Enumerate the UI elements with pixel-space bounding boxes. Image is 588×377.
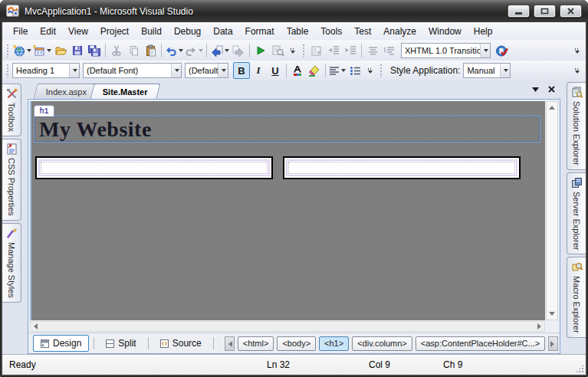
restore-button[interactable] — [534, 5, 556, 18]
resize-grip[interactable] — [575, 364, 584, 373]
menu-tools[interactable]: Tools — [314, 24, 348, 39]
add-new-item-button[interactable] — [32, 42, 52, 59]
site-heading-text[interactable]: My Website — [39, 117, 152, 142]
content-placeholder-left[interactable] — [35, 156, 273, 179]
manage-styles-tab[interactable]: Manage Styles — [2, 223, 21, 303]
tab-index-aspx[interactable]: Index.aspx — [34, 84, 100, 99]
comment-button[interactable] — [381, 42, 398, 59]
start-debugging-button[interactable] — [252, 42, 269, 59]
navigate-forward-button[interactable] — [230, 42, 247, 59]
check-page-button[interactable] — [494, 42, 511, 59]
underline-button[interactable]: U — [267, 62, 284, 79]
title-bar[interactable]: MvcApplication1 - Microsoft Visual Studi… — [0, 0, 588, 22]
save-all-button[interactable] — [86, 42, 103, 59]
toolbar-grip[interactable] — [6, 64, 9, 77]
toolbar-overflow-button[interactable] — [287, 48, 297, 54]
copy-button[interactable] — [125, 42, 142, 59]
menu-data[interactable]: Data — [207, 24, 238, 39]
menu-format[interactable]: Format — [239, 24, 281, 39]
tag-scroll-right-button[interactable] — [548, 336, 558, 351]
formatting-marks-button[interactable] — [364, 42, 381, 59]
close-button[interactable] — [560, 5, 582, 18]
h1-element[interactable]: h1 My Website — [34, 116, 540, 143]
vertical-scrollbar[interactable] — [546, 101, 558, 320]
scroll-down-icon[interactable] — [549, 312, 555, 316]
toolbar-grip[interactable] — [379, 64, 383, 77]
font-size-combo[interactable]: (Default — [185, 63, 228, 78]
undo-button[interactable] — [164, 42, 184, 59]
toolbar-overflow-button[interactable] — [365, 68, 374, 74]
font-size-value: (Default — [186, 64, 218, 77]
font-combo[interactable]: (Default Font) — [83, 63, 182, 78]
redo-button[interactable] — [184, 42, 204, 59]
toolbar-grip[interactable] — [302, 44, 305, 57]
menu-debug[interactable]: Debug — [168, 24, 207, 39]
new-website-button[interactable] — [12, 42, 32, 59]
scroll-left-icon[interactable] — [34, 323, 38, 329]
tag-h1[interactable]: <h1> — [319, 336, 349, 351]
horizontal-scrollbar[interactable] — [30, 321, 545, 332]
check-accessibility-button[interactable] — [308, 42, 325, 59]
style-application-value: Manual — [464, 64, 500, 77]
menu-view[interactable]: View — [62, 24, 94, 39]
font-color-button[interactable] — [289, 62, 306, 79]
server-explorer-label: Server Explorer — [572, 192, 581, 250]
tag-scroll-left-button[interactable] — [225, 336, 235, 351]
menu-project[interactable]: Project — [94, 24, 135, 39]
bullet-list-button[interactable] — [347, 62, 363, 79]
cut-button[interactable] — [108, 42, 125, 59]
macro-explorer-tab[interactable]: Macro Explorer — [567, 257, 586, 338]
style-application-combo[interactable]: Manual — [463, 63, 511, 78]
increase-indent-button[interactable] — [342, 42, 359, 59]
decrease-indent-button[interactable] — [325, 42, 342, 59]
open-file-button[interactable] — [52, 42, 69, 59]
tag-div-column[interactable]: <div.column> — [352, 336, 412, 351]
css-properties-tab[interactable]: CSS Properties — [2, 139, 21, 221]
h1-tag-label[interactable]: h1 — [34, 105, 54, 116]
paste-button[interactable] — [142, 42, 159, 59]
menu-help[interactable]: Help — [468, 24, 499, 39]
standard-toolbar: XHTML 1.0 Transitional — [2, 41, 586, 61]
minimize-button[interactable] — [508, 5, 530, 18]
save-button[interactable] — [69, 42, 86, 59]
solution-explorer-tab[interactable]: Solution Explorer — [567, 82, 586, 170]
menu-test[interactable]: Test — [348, 24, 377, 39]
status-message: Ready — [9, 359, 36, 370]
tab-site-master[interactable]: Site.Master — [90, 84, 161, 99]
scroll-right-icon[interactable] — [537, 323, 541, 329]
tag-body[interactable]: <body> — [277, 336, 316, 351]
status-character: Ch 9 — [443, 359, 462, 370]
toolbar-grip[interactable] — [6, 44, 9, 57]
tag-contentplaceholder[interactable]: <asp:ContentPlaceHolder#C...> — [416, 336, 545, 351]
italic-button[interactable]: I — [250, 62, 267, 79]
alignment-button[interactable] — [328, 62, 347, 79]
toolbox-tab[interactable]: Toolbox — [2, 84, 21, 136]
toolbar-overflow-button[interactable] — [572, 68, 581, 74]
status-line: Ln 32 — [267, 359, 290, 370]
design-view-button[interactable]: Design — [33, 335, 89, 352]
menu-build[interactable]: Build — [135, 24, 168, 39]
doctype-combo[interactable]: XHTML 1.0 Transitional — [401, 43, 491, 58]
block-format-combo[interactable]: Heading 1 — [12, 63, 80, 78]
navigate-backward-button[interactable] — [209, 42, 230, 59]
design-surface[interactable]: h1 My Website — [30, 101, 545, 320]
menu-window[interactable]: Window — [422, 24, 468, 39]
tag-html[interactable]: <html> — [238, 336, 274, 351]
menu-file[interactable]: File — [7, 24, 34, 39]
toolbar-overflow-button[interactable] — [572, 48, 581, 54]
split-view-button[interactable]: Split — [99, 336, 143, 351]
menu-table[interactable]: Table — [281, 24, 315, 39]
bold-button[interactable]: B — [233, 62, 250, 79]
document-list-dropdown-icon[interactable] — [532, 87, 539, 92]
server-explorer-tab[interactable]: Server Explorer — [567, 172, 586, 254]
menu-edit[interactable]: Edit — [34, 24, 62, 39]
source-view-button[interactable]: Source — [153, 336, 209, 351]
highlight-button[interactable] — [306, 62, 323, 79]
content-placeholder-right[interactable] — [283, 156, 521, 179]
close-document-icon[interactable] — [548, 86, 555, 93]
scroll-up-icon[interactable] — [549, 106, 555, 110]
find-in-files-button[interactable] — [269, 42, 286, 59]
menu-analyze[interactable]: Analyze — [377, 24, 422, 39]
doctype-value: XHTML 1.0 Transitional — [402, 44, 480, 57]
font-value: (Default Font) — [84, 64, 171, 77]
